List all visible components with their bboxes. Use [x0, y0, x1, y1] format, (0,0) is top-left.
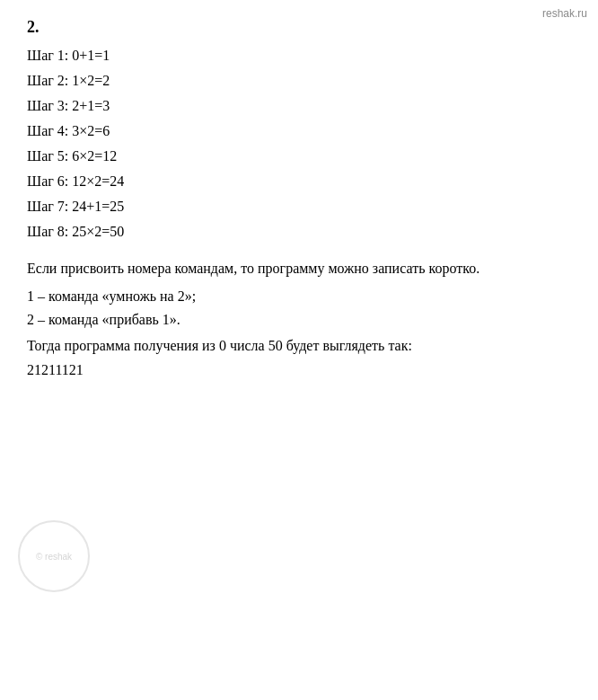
conclusion-text: Тогда программа получения из 0 числа 50 …	[27, 335, 571, 357]
page-container: reshak.ru 2. Шаг 1: 0+1=1 Шаг 2: 1×2=2 Ш…	[0, 0, 598, 700]
step-2: Шаг 2: 1×2=2	[27, 73, 571, 89]
step-5: Шаг 5: 6×2=12	[27, 148, 571, 164]
step-7: Шаг 7: 24+1=25	[27, 199, 571, 215]
intro-paragraph: Если присвоить номера командам, то прогр…	[27, 258, 571, 279]
problem-number: 2.	[27, 18, 571, 37]
result-code: 21211121	[27, 362, 571, 378]
command-1: 1 – команда «умножь на 2»;	[27, 288, 571, 305]
watermark: reshak.ru	[542, 7, 587, 20]
step-6: Шаг 6: 12×2=24	[27, 173, 571, 190]
step-8: Шаг 8: 25×2=50	[27, 224, 571, 240]
command-2: 2 – команда «прибавь 1».	[27, 312, 571, 328]
step-4: Шаг 4: 3×2=6	[27, 123, 571, 139]
step-1: Шаг 1: 0+1=1	[27, 48, 571, 64]
copyright-text: © reshak	[36, 552, 72, 562]
steps-list: Шаг 1: 0+1=1 Шаг 2: 1×2=2 Шаг 3: 2+1=3 Ш…	[27, 48, 571, 240]
step-3: Шаг 3: 2+1=3	[27, 98, 571, 114]
copyright-circle: © reshak	[18, 520, 90, 592]
